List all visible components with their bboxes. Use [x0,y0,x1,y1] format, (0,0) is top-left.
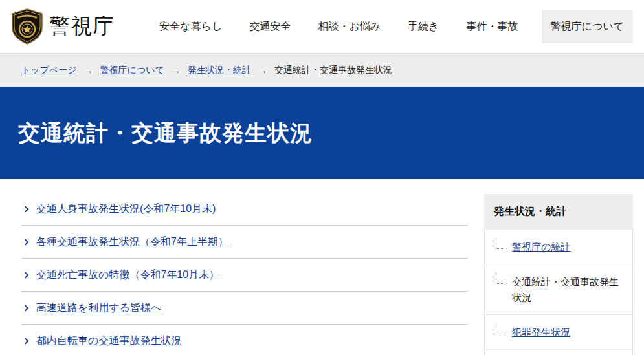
nav-item-traffic-safety[interactable]: 交通安全 [249,10,291,43]
sidebar-item-crime-statistics: 犯罪発生状況 [484,315,633,350]
sidebar-item-traffic-statistics-current: 交通統計・交通事故発生状況 [484,264,633,315]
breadcrumb-arrow-icon: → [172,65,181,76]
list-item: 各種交通事故発生状況（令和7年上半期） [21,226,468,259]
chevron-right-icon [23,239,29,245]
chevron-right-icon [23,206,29,212]
chevron-right-icon [23,272,29,278]
list-item: 都内自転車の交通事故発生状況 [21,325,468,355]
sidebar-current-page-label: 交通統計・交通事故発生状況 [512,276,619,302]
breadcrumb-arrow-icon: → [84,65,93,76]
site-title: 警視庁 [49,12,115,41]
tree-branch-icon [496,323,505,334]
link-bicycle-accidents[interactable]: 都内自転車の交通事故発生状況 [36,334,181,348]
hero-banner: 交通統計・交通事故発生状況 [0,87,644,179]
main-link-list: 交通人身事故発生状況(令和7年10月末) 各種交通事故発生状況（令和7年上半期）… [21,193,468,355]
chevron-right-icon [23,338,29,344]
tree-branch-icon [496,238,505,249]
breadcrumb-current: 交通統計・交通事故発生状況 [274,65,392,76]
breadcrumb: トップページ → 警視庁について → 発生状況・統計 → 交通統計・交通事故発生… [0,53,644,87]
sidebar-item-mpd-statistics: 警視庁の統計 [484,230,633,264]
chevron-right-icon [23,305,29,311]
home-logo-link[interactable]: 警視庁 [10,8,115,45]
link-traffic-injury-accidents[interactable]: 交通人身事故発生状況(令和7年10月末) [36,202,216,216]
nav-item-procedures[interactable]: 手続き [408,10,439,43]
sidebar-title: 発生状況・統計 [484,194,633,230]
list-item: 交通人身事故発生状況(令和7年10月末) [21,193,468,226]
link-expressway-users[interactable]: 高速道路を利用する皆様へ [36,301,162,315]
breadcrumb-arrow-icon: → [258,65,267,76]
list-item: 高速道路を利用する皆様へ [21,292,468,325]
nav-item-incidents[interactable]: 事件・事故 [467,10,518,43]
nav-item-about-mpd[interactable]: 警視庁について [542,10,634,43]
list-item: 交通死亡事故の特徴（令和7年10月末） [21,259,468,292]
nav-item-consultation[interactable]: 相談・お悩み [318,10,381,43]
sidebar-item-various-statistics: 各種統計 [484,350,633,355]
breadcrumb-link-top[interactable]: トップページ [21,65,77,76]
tree-branch-icon [496,273,505,284]
sidebar-link-crime-statistics[interactable]: 犯罪発生状況 [512,327,570,338]
nav-item-safe-living[interactable]: 安全な暮らし [159,10,222,43]
primary-nav: 安全な暮らし 交通安全 相談・お悩み 手続き 事件・事故 警視庁について [132,10,633,43]
breadcrumb-link-about[interactable]: 警視庁について [100,65,164,76]
keishicho-emblem-logo [10,8,44,45]
sidebar-link-mpd-statistics[interactable]: 警視庁の統計 [512,241,570,252]
link-various-traffic-accidents[interactable]: 各種交通事故発生状況（令和7年上半期） [36,235,228,249]
content-area: 交通人身事故発生状況(令和7年10月末) 各種交通事故発生状況（令和7年上半期）… [0,179,644,355]
sidebar-statistics: 発生状況・統計 警視庁の統計 交通統計・交通事故発生状況 犯罪発生状況 各種統計 [484,194,633,355]
site-header: 警視庁 安全な暮らし 交通安全 相談・お悩み 手続き 事件・事故 警視庁について [0,0,644,53]
page-title: 交通統計・交通事故発生状況 [18,118,313,148]
breadcrumb-link-statistics[interactable]: 発生状況・統計 [188,65,251,76]
link-fatal-accident-features[interactable]: 交通死亡事故の特徴（令和7年10月末） [36,268,219,282]
